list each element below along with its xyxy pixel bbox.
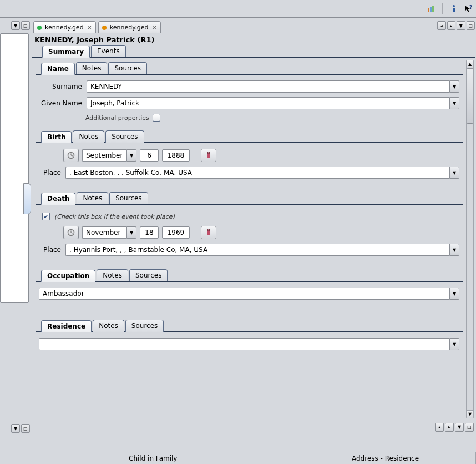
main-pane-dropdown[interactable]: ▼ [457, 21, 465, 30]
death-date-reset-button[interactable] [63, 226, 79, 239]
tab-residence[interactable]: Residence [41, 320, 92, 332]
palette-icon[interactable] [427, 4, 436, 13]
svg-line-8 [71, 155, 73, 156]
document-tabstrip-row: ▼ □ kennedy.ged × kennedy.ged × ◂ ▸ ▼ □ [0, 18, 476, 33]
death-place-label: Place [39, 246, 61, 254]
left-pane-dropdown[interactable]: ▼ [11, 21, 20, 30]
svg-rect-1 [430, 7, 432, 12]
birth-month-dropdown[interactable]: ▼ [126, 149, 136, 162]
main-pane-controls-top: ◂ ▸ ▼ □ [437, 18, 476, 33]
tab-occupation[interactable]: Occupation [41, 270, 95, 282]
birth-date-reset-button[interactable] [63, 149, 79, 162]
info-icon[interactable] [449, 4, 458, 13]
nav-prev-button-bottom[interactable]: ◂ [435, 423, 444, 432]
given-name-dropdown[interactable]: ▼ [449, 97, 459, 109]
left-pane-maximize-bottom[interactable]: □ [21, 424, 30, 433]
left-panel-expand-handle[interactable] [23, 183, 31, 214]
doc-tab-label: kennedy.ged [110, 24, 149, 31]
tab-residence-sources[interactable]: Sources [125, 320, 164, 332]
svg-rect-17 [209, 229, 210, 231]
tab-residence-notes[interactable]: Notes [93, 320, 124, 332]
content-row: ▼ □ KENNEDY, Joseph Patrick (R1) Summary… [0, 33, 476, 433]
tab-death-sources[interactable]: Sources [109, 192, 148, 204]
tab-summary[interactable]: Summary [42, 46, 90, 58]
tab-occupation-notes[interactable]: Notes [97, 269, 128, 281]
doc-status-icon [102, 26, 107, 30]
main-column: KENNEDY, Joseph Patrick (R1) Summary Eve… [31, 33, 476, 433]
additional-properties-checkbox[interactable] [153, 114, 160, 122]
death-place-dropdown[interactable]: ▼ [449, 244, 459, 256]
doc-tab-1[interactable]: kennedy.ged × [33, 21, 96, 33]
surname-input[interactable] [87, 80, 449, 93]
tab-events[interactable]: Events [91, 45, 126, 57]
birth-section-tabs: Birth Notes Sources [36, 130, 463, 143]
tab-name[interactable]: Name [41, 63, 75, 75]
occupation-dropdown[interactable]: ▼ [449, 288, 459, 300]
nav-prev-button[interactable]: ◂ [437, 21, 446, 30]
tab-name-sources[interactable]: Sources [108, 62, 146, 74]
given-name-label: Given Name [39, 99, 82, 107]
death-place-input[interactable] [65, 244, 449, 256]
vertical-scrollbar[interactable]: ▲ ▼ [466, 60, 474, 418]
surname-dropdown[interactable]: ▼ [449, 80, 459, 93]
residence-input[interactable] [39, 338, 449, 350]
doc-tab-label: kennedy.ged [45, 24, 84, 31]
top-toolbar: ? [0, 0, 476, 18]
birth-place-input[interactable] [65, 167, 449, 179]
svg-rect-0 [428, 8, 429, 12]
close-icon[interactable]: × [151, 24, 156, 31]
death-date-calendar-button[interactable] [201, 226, 216, 239]
residence-dropdown[interactable]: ▼ [449, 338, 459, 350]
doc-status-icon [37, 26, 42, 30]
svg-rect-11 [209, 152, 210, 154]
occupation-section-tabs: Occupation Notes Sources [36, 269, 463, 281]
birth-month-input[interactable] [82, 149, 126, 162]
svg-point-3 [453, 5, 455, 7]
nav-next-button[interactable]: ▸ [447, 21, 456, 30]
scroll-thumb[interactable] [467, 68, 473, 124]
left-pane-controls-bottom: ▼ □ [11, 424, 30, 433]
residence-section-tabs: Residence Notes Sources [36, 320, 463, 332]
birth-year-input[interactable] [162, 149, 190, 162]
tab-birth[interactable]: Birth [41, 131, 72, 143]
left-pane-maximize[interactable]: □ [21, 21, 30, 30]
status-cell-left [0, 452, 124, 464]
main-pane-maximize[interactable]: □ [467, 21, 475, 30]
given-name-input[interactable] [87, 97, 449, 109]
left-panel-empty [0, 33, 29, 303]
tab-death[interactable]: Death [41, 193, 75, 205]
death-year-input[interactable] [162, 226, 190, 239]
close-icon[interactable]: × [87, 24, 92, 31]
tab-birth-sources[interactable]: Sources [105, 130, 144, 143]
birth-place-label: Place [39, 169, 61, 176]
scroll-down-button[interactable]: ▼ [467, 410, 473, 418]
left-pane-controls-top: ▼ □ [0, 18, 31, 33]
death-day-input[interactable] [140, 226, 159, 239]
death-occurred-checkbox[interactable]: ✔ [42, 213, 50, 220]
surname-label: Surname [39, 83, 82, 90]
main-pane-controls-bottom: ◂ ▸ ▼ □ [32, 421, 475, 433]
status-cell-mid: Child in Family [124, 452, 347, 464]
main-pane-maximize-bottom[interactable]: □ [465, 423, 474, 432]
birth-date-calendar-button[interactable] [201, 149, 216, 162]
birth-day-input[interactable] [140, 149, 159, 162]
tab-occupation-sources[interactable]: Sources [129, 269, 168, 281]
name-section-tabs: Name Notes Sources [36, 62, 463, 74]
tab-birth-notes[interactable]: Notes [73, 130, 104, 143]
death-month-input[interactable] [82, 226, 126, 239]
nav-next-button-bottom[interactable]: ▸ [445, 423, 454, 432]
doc-tab-2[interactable]: kennedy.ged × [98, 21, 161, 33]
left-pane-dropdown-bottom[interactable]: ▼ [11, 424, 20, 433]
main-pane-dropdown-bottom[interactable]: ▼ [455, 423, 464, 432]
occupation-input[interactable] [39, 288, 449, 300]
birth-section-body: ▼ Place ▼ [36, 142, 463, 192]
help-pointer-icon[interactable]: ? [464, 4, 473, 13]
scroll-up-button[interactable]: ▲ [467, 60, 473, 68]
tab-death-notes[interactable]: Notes [77, 192, 108, 204]
death-month-dropdown[interactable]: ▼ [126, 226, 136, 239]
left-dock: ▼ □ [0, 33, 31, 433]
editor-tabs: Summary Events [32, 45, 475, 57]
birth-place-dropdown[interactable]: ▼ [449, 167, 459, 179]
svg-rect-15 [207, 230, 210, 235]
tab-name-notes[interactable]: Notes [76, 62, 108, 74]
